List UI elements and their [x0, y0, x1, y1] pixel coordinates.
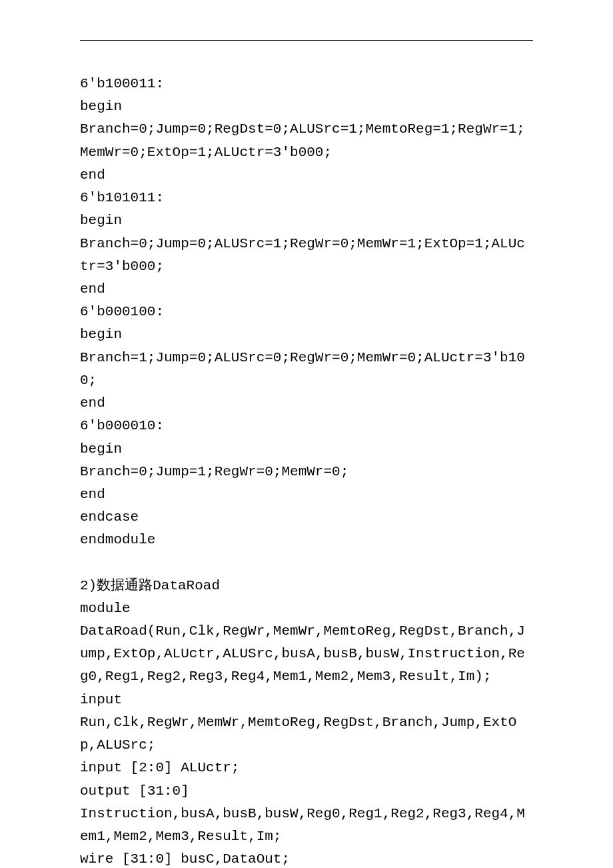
code-line: 6'b000010:	[80, 415, 533, 437]
code-block: 6'b100011:beginBranch=0;Jump=0;RegDst=0;…	[80, 73, 533, 868]
code-line: 6'b101011:	[80, 187, 533, 209]
code-line: output [31:0]	[80, 780, 533, 803]
blank-line	[80, 552, 533, 575]
code-line: input [2:0] ALUctr;	[80, 757, 533, 779]
code-line: Branch=0;Jump=1;RegWr=0;MemWr=0;	[80, 461, 533, 483]
code-line: Branch=1;Jump=0;ALUSrc=0;RegWr=0;MemWr=0…	[80, 347, 533, 392]
header-rule	[80, 40, 533, 41]
code-line: 6'b100011:	[80, 73, 533, 95]
document-page: 6'b100011:beginBranch=0;Jump=0;RegDst=0;…	[0, 0, 613, 868]
code-line: 6'b000100:	[80, 301, 533, 323]
code-line: module	[80, 597, 533, 620]
code-line: begin	[80, 209, 533, 232]
code-line: begin	[80, 323, 533, 346]
code-line: begin	[80, 438, 533, 461]
code-line: Branch=0;Jump=0;RegDst=0;ALUSrc=1;MemtoR…	[80, 118, 533, 163]
code-line: Branch=0;Jump=0;ALUSrc=1;RegWr=0;MemWr=1…	[80, 233, 533, 278]
code-line: wire [31:0] busC,DataOut;	[80, 848, 533, 868]
code-line: end	[80, 483, 533, 506]
code-line: end	[80, 278, 533, 301]
code-line: Instruction,busA,busB,busW,Reg0,Reg1,Reg…	[80, 803, 533, 848]
code-line: begin	[80, 95, 533, 118]
code-line: end	[80, 392, 533, 415]
code-line: input	[80, 689, 533, 711]
code-line: DataRoad(Run,Clk,RegWr,MemWr,MemtoReg,Re…	[80, 620, 533, 689]
code-line: Run,Clk,RegWr,MemWr,MemtoReg,RegDst,Bran…	[80, 711, 533, 757]
code-line: endmodule	[80, 529, 533, 551]
code-line: 2)数据通路DataRoad	[80, 575, 533, 597]
code-line: end	[80, 164, 533, 187]
code-line: endcase	[80, 506, 533, 529]
